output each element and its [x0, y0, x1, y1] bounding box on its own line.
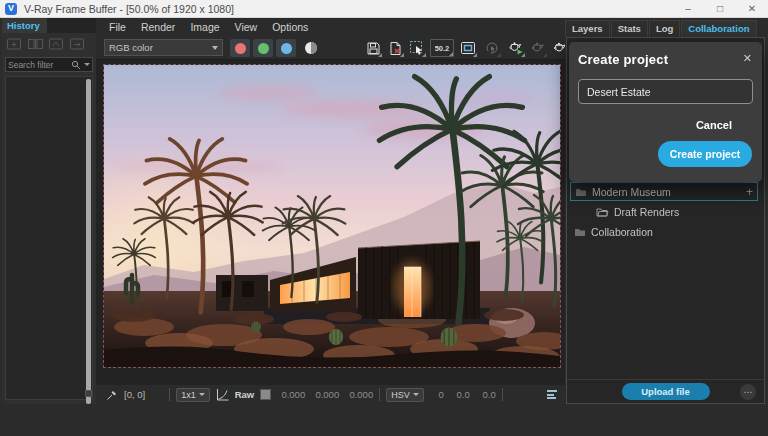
create-project-modal: Create project ✕ Cancel Create project: [569, 42, 762, 182]
chevron-down-icon: [199, 393, 205, 396]
color-mode-value: HSV: [391, 390, 410, 400]
tree-item-modern-museum[interactable]: Modern Museum +: [570, 182, 758, 201]
zoom-level-button[interactable]: 50.2: [430, 39, 454, 57]
follow-mouse-icon[interactable]: [483, 39, 501, 57]
menu-image[interactable]: Image: [190, 21, 219, 33]
history-scrollbar[interactable]: [86, 79, 91, 404]
divider: [169, 388, 170, 401]
compare-ab-icon[interactable]: [27, 37, 44, 51]
hsv-s-value: 0.0: [450, 389, 470, 400]
add-render-button[interactable]: +: [746, 185, 753, 199]
chevron-down-icon: [212, 46, 218, 50]
open-folder-icon: [596, 207, 609, 217]
modal-title: Create project: [578, 52, 753, 67]
zoom-level-value: 50.2: [435, 44, 450, 53]
raw-g-value: 0.000: [311, 389, 339, 400]
tab-layers[interactable]: Layers: [565, 20, 610, 37]
tree-item-draft-renders[interactable]: Draft Renders: [570, 202, 758, 221]
pixel-coords: [0, 0]: [124, 389, 145, 400]
more-options-button[interactable]: ⋯: [740, 384, 756, 400]
render-viewport: [96, 60, 565, 385]
save-image-icon[interactable]: [364, 39, 382, 57]
display-correction-icon[interactable]: [216, 388, 229, 401]
search-options-caret-icon[interactable]: [84, 63, 90, 66]
menu-file[interactable]: File: [109, 21, 126, 33]
render-last-icon[interactable]: [529, 39, 547, 57]
clear-image-icon[interactable]: [386, 39, 404, 57]
upload-row: Upload file ⋯: [567, 379, 764, 403]
raw-r-value: 0.000: [277, 389, 305, 400]
log-lines-icon[interactable]: [547, 390, 557, 399]
chevron-down-icon: [413, 393, 419, 396]
cancel-button[interactable]: Cancel: [696, 119, 732, 131]
red-channel-button[interactable]: [230, 39, 250, 57]
history-panel: History: [2, 18, 96, 404]
mono-channel-icon[interactable]: [302, 39, 320, 57]
panel-tab-bar: Layers Stats Log Collaboration: [565, 18, 766, 37]
menu-render[interactable]: Render: [141, 21, 175, 33]
search-input[interactable]: [8, 60, 71, 70]
save-to-history-icon[interactable]: [6, 37, 23, 51]
create-project-button[interactable]: Create project: [658, 141, 752, 167]
vray-frame-buffer-window: V V-Ray Frame Buffer - [50.0% of 1920 x …: [0, 0, 768, 436]
maximize-button[interactable]: □: [704, 0, 736, 17]
history-scrollbar-corner: [85, 390, 92, 397]
history-search: [5, 57, 93, 72]
channel-select-dropdown[interactable]: RGB color: [104, 39, 223, 56]
main-area: File Render Image View Options RGB color: [96, 18, 565, 404]
render-image[interactable]: [104, 65, 560, 367]
divider: [502, 388, 503, 401]
raw-b-value: 0.000: [345, 389, 373, 400]
color-mode-dropdown[interactable]: HSV: [386, 388, 424, 402]
window-bottom-strip: [0, 404, 768, 436]
tree-item-label: Draft Renders: [614, 206, 679, 218]
close-button[interactable]: ✕: [736, 0, 768, 17]
hsv-h-value: 0: [430, 389, 444, 400]
green-channel-button[interactable]: [253, 39, 273, 57]
tree-item-label: Modern Museum: [592, 186, 671, 198]
modal-close-icon[interactable]: ✕: [743, 52, 752, 65]
pixel-probe-icon[interactable]: [106, 389, 118, 401]
folder-icon: [575, 187, 587, 197]
show-frame-icon[interactable]: [459, 39, 477, 57]
upload-file-button[interactable]: Upload file: [622, 383, 710, 400]
hsv-v-value: 0.0: [476, 389, 496, 400]
raw-label: Raw: [235, 389, 255, 400]
pixel-ratio-dropdown[interactable]: 1x1: [176, 388, 210, 402]
history-toolbar: [2, 33, 96, 55]
menu-bar: File Render Image View Options: [96, 18, 565, 36]
collaboration-panel: Layers Stats Log Collaboration Modern Mu…: [565, 18, 766, 404]
green-channel-dot: [258, 43, 269, 54]
tree-item-label: Collaboration: [591, 226, 653, 238]
blue-channel-dot: [281, 43, 292, 54]
channel-select-value: RGB color: [109, 42, 153, 53]
set-a-icon[interactable]: [48, 37, 65, 51]
menu-options[interactable]: Options: [272, 21, 308, 33]
toolbar: RGB color: [96, 36, 565, 60]
history-tab-row: History: [2, 18, 96, 33]
set-b-icon[interactable]: [69, 37, 86, 51]
tab-history[interactable]: History: [2, 18, 47, 33]
tab-stats[interactable]: Stats: [611, 20, 648, 37]
color-swatch: [260, 389, 271, 400]
folder-icon: [574, 227, 586, 237]
blue-channel-button[interactable]: [276, 39, 296, 57]
menu-view[interactable]: View: [235, 21, 258, 33]
project-name-input[interactable]: [578, 79, 753, 104]
tab-collaboration[interactable]: Collaboration: [681, 20, 756, 37]
search-icon[interactable]: [71, 60, 81, 70]
tree-item-collaboration[interactable]: Collaboration: [570, 222, 758, 241]
status-bar: [0, 0] 1x1 Raw 0.000 0.000 0.000 HSV 0 0…: [96, 385, 565, 404]
vray-logo-icon: V: [5, 3, 17, 15]
region-render-icon[interactable]: [408, 39, 426, 57]
render-interactive-icon[interactable]: [507, 39, 525, 57]
pixel-ratio-value: 1x1: [181, 390, 196, 400]
title-bar: V V-Ray Frame Buffer - [50.0% of 1920 x …: [0, 0, 768, 18]
window-title: V-Ray Frame Buffer - [50.0% of 1920 x 10…: [24, 3, 234, 15]
minimize-button[interactable]: –: [672, 0, 704, 17]
history-list[interactable]: [5, 76, 93, 400]
tab-log[interactable]: Log: [649, 20, 680, 37]
red-channel-dot: [235, 43, 246, 54]
divider: [379, 388, 380, 401]
